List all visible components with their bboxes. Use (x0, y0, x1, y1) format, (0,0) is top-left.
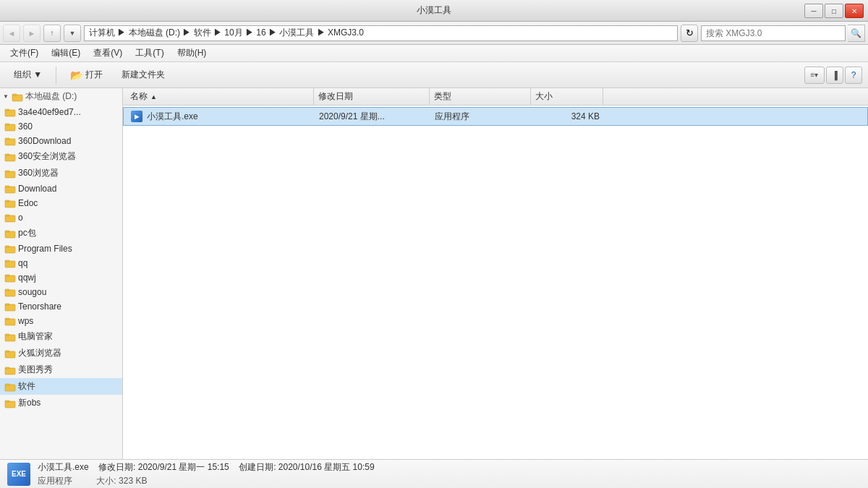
sidebar-item-label: pc包 (18, 227, 36, 239)
folder-icon (4, 258, 16, 268)
folder-icon (4, 107, 16, 117)
sidebar-item-label: 软件 (18, 380, 35, 393)
help-button[interactable]: ? (845, 67, 862, 84)
svg-rect-31 (5, 318, 9, 320)
minimize-button[interactable]: ─ (804, 4, 823, 18)
sidebar-item[interactable]: Download (0, 181, 122, 196)
svg-rect-23 (5, 260, 9, 262)
table-row[interactable]: ▶小漠工具.exe2020/9/21 星期...应用程序324 KB (123, 107, 868, 126)
svg-rect-29 (5, 304, 9, 305)
sidebar-item[interactable]: Tenorshare (0, 299, 122, 314)
svg-rect-9 (5, 154, 9, 155)
back-button[interactable]: ◄ (3, 25, 20, 42)
sidebar-item[interactable]: 3a4e40ef9ed7... (0, 105, 122, 119)
file-name: 小漠工具.exe (147, 111, 198, 123)
window-controls: ─ □ ✕ (804, 4, 864, 18)
status-line1: 小漠工具.exe 修改日期: 2020/9/21 星期一 15:15 创建日期:… (38, 461, 375, 474)
toolbar: 组织 ▼ 📂 打开 新建文件夹 ≡▾ ▐ ? (0, 62, 868, 88)
main-area: ▼ 本地磁盘 (D:) 3a4e40ef9ed7...360360Downloa… (0, 88, 868, 459)
new-folder-button[interactable]: 新建文件夹 (114, 65, 173, 85)
svg-rect-35 (5, 351, 9, 352)
sidebar-item-label: Tenorshare (18, 301, 61, 312)
column-header-name[interactable]: 名称 ▲ (126, 88, 314, 105)
menu-tools[interactable]: 工具(T) (129, 46, 169, 61)
folder-icon (4, 121, 16, 132)
folder-icon (4, 168, 16, 179)
change-view-button[interactable]: ≡▾ (804, 67, 825, 84)
menu-view[interactable]: 查看(V) (88, 46, 128, 61)
svg-rect-22 (5, 261, 15, 267)
svg-rect-21 (5, 246, 9, 247)
menu-file[interactable]: 文件(F) (4, 46, 44, 61)
sidebar-header[interactable]: ▼ 本地磁盘 (D:) (0, 88, 122, 105)
new-folder-label: 新建文件夹 (122, 69, 165, 81)
folder-icon (4, 213, 16, 223)
file-size-cell: 324 KB (532, 111, 604, 121)
sidebar-item[interactable]: 360安全浏览器 (0, 148, 122, 165)
preview-pane-button[interactable]: ▐ (826, 67, 843, 84)
sidebar-item[interactable]: sougou (0, 285, 122, 299)
organize-button[interactable]: 组织 ▼ (6, 65, 50, 85)
svg-rect-30 (5, 319, 15, 325)
svg-rect-8 (5, 155, 15, 161)
sidebar-item[interactable]: 电脑管家 (0, 328, 122, 345)
status-file-icon: EXE (7, 463, 30, 486)
folder-icon (4, 136, 16, 146)
column-header-type[interactable]: 类型 (430, 88, 531, 105)
status-filename: 小漠工具.exe (38, 462, 89, 472)
sidebar-item-label: 3a4e40ef9ed7... (18, 107, 81, 117)
column-header-size[interactable]: 大小 (531, 88, 603, 105)
open-button[interactable]: 📂 打开 (62, 65, 111, 85)
recent-locations-button[interactable]: ▼ (64, 25, 81, 42)
sidebar-item-label: sougou (18, 287, 46, 297)
svg-rect-14 (5, 201, 15, 207)
svg-rect-13 (5, 186, 9, 187)
sidebar-item[interactable]: qq (0, 256, 122, 270)
collapse-arrow: ▼ (3, 93, 9, 100)
sidebar-item-label: 360Download (18, 136, 71, 146)
sidebar-header-label: 本地磁盘 (D:) (25, 90, 77, 103)
sidebar-item[interactable]: 软件 (0, 378, 122, 395)
sidebar-item[interactable]: o (0, 210, 122, 225)
svg-rect-7 (5, 138, 9, 140)
refresh-button[interactable]: ↻ (681, 25, 698, 42)
sidebar-item[interactable]: 360浏览器 (0, 165, 122, 181)
svg-rect-24 (5, 275, 15, 282)
maximize-button[interactable]: □ (825, 4, 843, 18)
svg-rect-36 (5, 368, 15, 374)
sidebar-item[interactable]: 360Download (0, 134, 122, 148)
address-input[interactable] (84, 25, 678, 41)
sidebar-item[interactable]: Edoc (0, 196, 122, 210)
sidebar-item[interactable]: 美图秀秀 (0, 361, 122, 378)
file-list-area: 名称 ▲ 修改日期 类型 大小 ▶小漠工具.exe2020/9/21 星期...… (123, 88, 868, 459)
title-bar: 小漠工具 ─ □ ✕ (0, 0, 868, 22)
menu-edit[interactable]: 编辑(E) (46, 46, 86, 61)
close-button[interactable]: ✕ (845, 4, 864, 18)
sidebar-item[interactable]: Program Files (0, 241, 122, 256)
sidebar-item[interactable]: 新obs (0, 395, 122, 411)
column-header-date[interactable]: 修改日期 (314, 88, 430, 105)
open-label: 打开 (85, 69, 103, 81)
svg-rect-40 (5, 401, 15, 408)
file-list: ▶小漠工具.exe2020/9/21 星期...应用程序324 KB (123, 106, 868, 459)
svg-rect-4 (5, 124, 15, 131)
sidebar-item[interactable]: wps (0, 314, 122, 328)
folder-icon (4, 152, 16, 162)
sidebar-item-label: 360安全浏览器 (18, 150, 76, 163)
sidebar-item[interactable]: 火狐浏览器 (0, 345, 122, 361)
sidebar-item[interactable]: pc包 (0, 225, 122, 241)
menu-help[interactable]: 帮助(H) (171, 46, 213, 61)
sidebar-item[interactable]: 360 (0, 119, 122, 134)
svg-rect-0 (12, 95, 22, 101)
svg-rect-6 (5, 139, 15, 145)
sidebar-item[interactable]: qqwj (0, 270, 122, 285)
folder-icon (4, 382, 16, 392)
window-title: 小漠工具 (4, 4, 864, 17)
forward-button[interactable]: ► (23, 25, 41, 42)
search-input[interactable] (701, 25, 846, 41)
search-button[interactable]: 🔍 (848, 25, 865, 42)
sidebar-item-label: o (18, 213, 23, 223)
sidebar-item-label: qqwj (18, 273, 36, 283)
up-button[interactable]: ↑ (43, 25, 61, 42)
folder-icon (4, 398, 16, 408)
